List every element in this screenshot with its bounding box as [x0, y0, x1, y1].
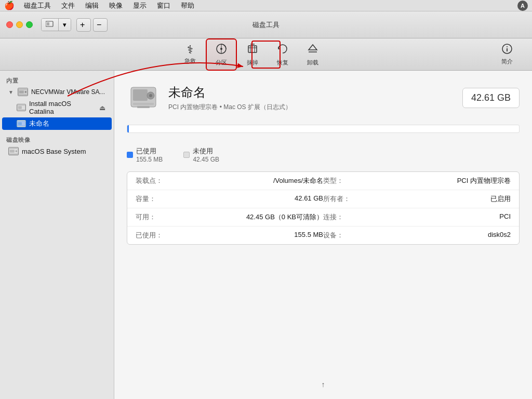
- svg-point-4: [220, 48, 222, 50]
- sidebar-item-macos-base[interactable]: macOS Base System: [2, 145, 112, 157]
- disk-image-icon: [8, 147, 19, 155]
- disk-icon: [18, 88, 28, 96]
- bottom-indicator: ↑: [127, 370, 520, 389]
- unused-label: 未使用: [193, 147, 219, 156]
- capacity-key: 容量：: [136, 194, 230, 204]
- menubar-right: A: [517, 1, 528, 11]
- owner-val: 已启用: [417, 194, 511, 204]
- svg-rect-21: [18, 122, 22, 125]
- svg-rect-5: [248, 46, 257, 52]
- svg-point-24: [16, 150, 18, 152]
- info-icon: [501, 43, 513, 56]
- mount-key: 装载点：: [136, 176, 230, 185]
- partition-icon: [215, 43, 228, 57]
- restore-label: 恢复: [277, 59, 288, 66]
- restore-icon: [276, 43, 289, 57]
- user-avatar[interactable]: A: [517, 1, 528, 11]
- restore-button[interactable]: 恢复: [268, 38, 297, 71]
- menubar: 🍎 磁盘工具 文件 编辑 映像 显示 窗口 帮助 A: [0, 0, 532, 11]
- erase-button[interactable]: 抹掉: [238, 38, 267, 71]
- detail-title: 未命名: [168, 84, 454, 101]
- sidebar-item-unnamed[interactable]: 未命名: [2, 117, 112, 130]
- sidebar: 内置 ▼ NECVMWar VMware SATA CD01 Media: [0, 71, 114, 399]
- unused-value: 42.45 GB: [193, 156, 219, 163]
- svg-rect-19: [18, 106, 22, 109]
- view-btn-right[interactable]: ▾: [59, 19, 71, 31]
- window-title: 磁盘工具: [252, 20, 280, 30]
- partition-bar: [127, 125, 520, 133]
- menu-file[interactable]: 文件: [57, 0, 79, 11]
- partition-bar-container: [127, 125, 520, 133]
- detail-size: 42.61 GB: [462, 88, 520, 108]
- available-key: 可用：: [136, 212, 230, 222]
- toolbar-buttons: ⚕ 急救 分区: [176, 38, 327, 71]
- partition-legend: 已使用 155.5 MB 未使用 42.45 GB: [127, 147, 520, 163]
- menu-disk-utility[interactable]: 磁盘工具: [20, 0, 55, 11]
- sidebar-item-nec[interactable]: ▼ NECVMWar VMware SATA CD01 Media: [2, 86, 112, 98]
- minimize-button[interactable]: [16, 21, 23, 28]
- unmount-icon: [307, 43, 319, 57]
- info-row-used: 已使用： 155.5 MB 设备： disk0s2: [127, 227, 519, 244]
- apple-menu[interactable]: 🍎: [4, 1, 15, 10]
- menu-view[interactable]: 显示: [129, 0, 151, 11]
- unmount-button[interactable]: 卸载: [298, 38, 327, 71]
- type-val: PCI 内置物理宗卷: [417, 176, 511, 185]
- legend-unused: 未使用 42.45 GB: [183, 147, 219, 163]
- used-value: 155.5 MB: [136, 156, 163, 163]
- close-button[interactable]: [6, 21, 13, 28]
- device-key: 设备：: [323, 231, 417, 240]
- sidebar-macos-base-label: macOS Base System: [22, 148, 86, 155]
- menu-edit[interactable]: 编辑: [81, 0, 103, 11]
- unmount-label: 卸载: [307, 59, 318, 66]
- firstaid-label: 急救: [184, 57, 196, 65]
- view-toggle: ▾: [41, 18, 71, 31]
- add-button[interactable]: +: [76, 18, 91, 32]
- maximize-button[interactable]: [26, 21, 33, 28]
- sidebar-section-diskimage: 磁盘映像: [0, 134, 114, 145]
- main-content: 内置 ▼ NECVMWar VMware SATA CD01 Media: [0, 71, 532, 399]
- view-btn-left[interactable]: [42, 19, 59, 31]
- sidebar-item-install[interactable]: Install macOS Catalina ⏏: [2, 98, 112, 117]
- device-val: disk0s2: [417, 231, 511, 240]
- partition-label: 分区: [216, 59, 227, 66]
- eject-icon[interactable]: ⏏: [99, 104, 105, 112]
- sidebar-nec-label: NECVMWar VMware SATA CD01 Media: [31, 88, 105, 96]
- svg-rect-29: [133, 103, 154, 105]
- connection-val: PCI: [417, 212, 511, 222]
- svg-rect-30: [137, 106, 150, 108]
- partition-used-bar: [127, 125, 129, 132]
- info-row-mount: 装载点： /Volumes/未命名 类型： PCI 内置物理宗卷: [127, 172, 519, 190]
- capacity-val: 42.61 GB: [230, 194, 324, 204]
- menu-image[interactable]: 映像: [105, 0, 127, 11]
- unused-dot: [183, 152, 190, 158]
- detail-subtitle: PCI 内置物理宗卷 • Mac OS 扩展（日志式）: [168, 103, 454, 112]
- partition-button[interactable]: 分区: [206, 38, 237, 71]
- type-key: 类型：: [323, 176, 417, 185]
- svg-rect-16: [19, 90, 24, 93]
- info-label: 简介: [501, 58, 513, 65]
- firstaid-button[interactable]: ⚕ 急救: [176, 38, 205, 71]
- mount-val: /Volumes/未命名: [230, 176, 324, 185]
- available-val: 42.45 GB（0 KB可清除）: [230, 212, 324, 222]
- sidebar-section-internal: 内置: [0, 75, 114, 86]
- chevron-down-icon: ▼: [8, 89, 14, 95]
- info-button[interactable]: 简介: [493, 41, 522, 68]
- svg-point-14: [507, 46, 508, 47]
- sidebar-install-label: Install macOS Catalina: [29, 100, 96, 115]
- volume-selected-icon: [17, 120, 26, 127]
- info-row-capacity: 容量： 42.61 GB 所有者： 已启用: [127, 190, 519, 208]
- remove-button[interactable]: −: [93, 18, 108, 32]
- detail-title-area: 未命名 PCI 内置物理宗卷 • Mac OS 扩展（日志式）: [168, 84, 454, 112]
- menu-help[interactable]: 帮助: [177, 0, 198, 11]
- connection-key: 连接：: [323, 212, 417, 222]
- legend-used: 已使用 155.5 MB: [127, 147, 163, 163]
- arrow-up-icon: ↑: [322, 380, 325, 389]
- svg-rect-26: [133, 89, 148, 101]
- sidebar-unnamed-label: 未命名: [29, 119, 49, 128]
- svg-point-17: [25, 91, 27, 93]
- traffic-lights: [6, 21, 33, 28]
- info-table: 装载点： /Volumes/未命名 类型： PCI 内置物理宗卷 容量： 42.…: [127, 171, 520, 245]
- menu-window[interactable]: 窗口: [153, 0, 175, 11]
- used-info-key: 已使用：: [136, 231, 230, 240]
- volume-icon: [17, 104, 26, 111]
